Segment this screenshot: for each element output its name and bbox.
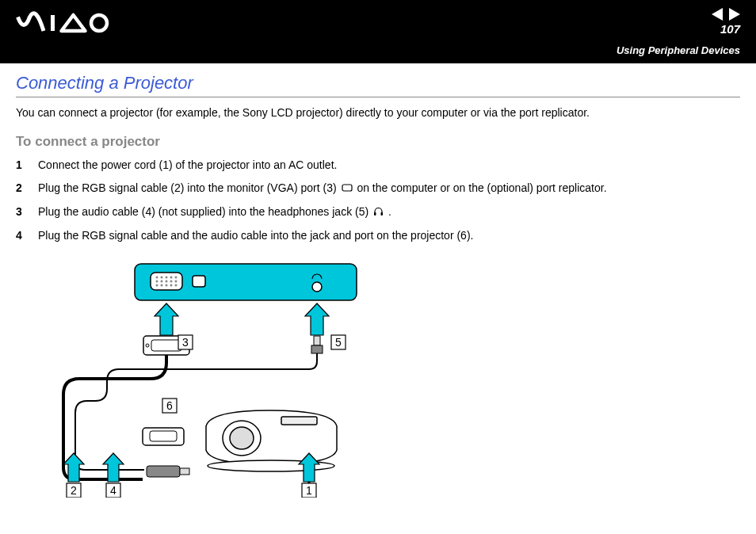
page-number: 107 <box>720 22 740 36</box>
svg-rect-3 <box>374 212 376 216</box>
step-number: 3 <box>16 204 38 220</box>
svg-point-23 <box>312 282 322 292</box>
svg-rect-35 <box>180 468 189 475</box>
svg-rect-2 <box>342 185 352 191</box>
svg-point-12 <box>156 276 158 278</box>
step-item: 2 Plug the RGB signal cable (2) into the… <box>16 181 740 196</box>
nav-arrows <box>712 8 740 21</box>
diagram-label-4: 4 <box>110 484 116 497</box>
svg-point-14 <box>166 276 168 278</box>
section-label: Using Peripheral Devices <box>617 44 740 56</box>
document-header: 107 Using Peripheral Devices <box>0 0 756 63</box>
svg-point-19 <box>166 284 168 286</box>
page-content: Connecting a Projector You can connect a… <box>0 63 756 501</box>
svg-rect-34 <box>147 466 180 477</box>
svg-point-20 <box>170 284 173 286</box>
steps-list: 1 Connect the power cord (1) of the proj… <box>16 158 740 244</box>
page-title: Connecting a Projector <box>16 73 740 93</box>
svg-rect-39 <box>281 417 317 425</box>
svg-rect-22 <box>193 276 205 287</box>
svg-rect-4 <box>381 212 384 216</box>
step-text: Plug the RGB signal cable (2) into the m… <box>38 181 740 196</box>
svg-point-11 <box>175 280 178 282</box>
svg-point-16 <box>175 276 178 278</box>
svg-point-10 <box>170 280 173 282</box>
svg-point-9 <box>166 280 168 282</box>
svg-point-7 <box>156 280 158 282</box>
step-text: Plug the audio cable (4) (not supplied) … <box>38 204 740 220</box>
svg-rect-28 <box>314 336 320 345</box>
diagram-label-2: 2 <box>71 484 77 497</box>
next-page-arrow-icon[interactable] <box>729 8 740 21</box>
svg-point-1 <box>91 15 107 31</box>
step-text: Connect the power cord (1) of the projec… <box>38 158 740 174</box>
step-item: 3 Plug the audio cable (4) (not supplied… <box>16 204 740 220</box>
step-item: 1 Connect the power cord (1) of the proj… <box>16 158 740 174</box>
step-number: 2 <box>16 181 38 196</box>
monitor-icon <box>342 181 353 197</box>
svg-rect-29 <box>311 345 323 353</box>
svg-point-18 <box>161 284 163 286</box>
prev-page-arrow-icon[interactable] <box>712 8 723 21</box>
svg-point-17 <box>156 284 158 286</box>
step-text: Plug the RGB signal cable and the audio … <box>38 228 740 244</box>
svg-point-26 <box>146 344 149 347</box>
intro-paragraph: You can connect a projector (for example… <box>16 105 740 121</box>
svg-rect-0 <box>51 15 55 31</box>
svg-rect-25 <box>151 340 181 351</box>
svg-point-38 <box>230 427 254 449</box>
headphones-icon <box>373 205 384 221</box>
diagram-label-3: 3 <box>182 336 189 349</box>
svg-point-15 <box>170 276 173 278</box>
connection-diagram: 3 5 6 <box>48 260 740 501</box>
diagram-label-1: 1 <box>306 484 312 497</box>
diagram-label-6: 6 <box>166 399 173 412</box>
step-item: 4 Plug the RGB signal cable and the audi… <box>16 228 740 244</box>
procedure-subtitle: To connect a projector <box>16 134 740 150</box>
title-divider <box>16 97 740 97</box>
svg-point-13 <box>161 276 163 278</box>
svg-rect-33 <box>150 431 177 441</box>
step-number: 1 <box>16 158 38 174</box>
svg-point-21 <box>175 284 178 286</box>
step-number: 4 <box>16 228 38 244</box>
vaio-logo <box>16 11 111 35</box>
svg-point-8 <box>161 280 163 282</box>
diagram-label-5: 5 <box>335 336 342 349</box>
